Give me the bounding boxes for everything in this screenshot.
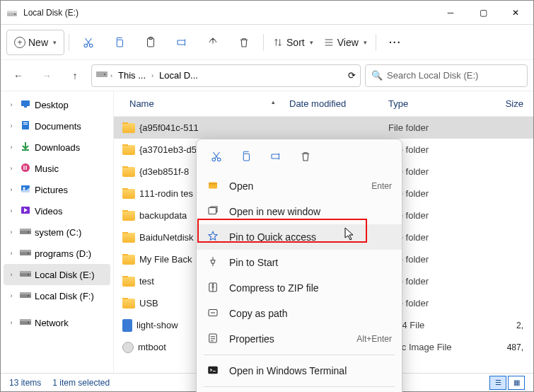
ctx-open-in-new-window[interactable]: Open in new window: [197, 199, 402, 224]
sidebar-item-programs-d-[interactable]: ›programs (D:): [4, 243, 110, 264]
sidebar-icon: [19, 120, 32, 133]
new-button[interactable]: + New ▾: [6, 30, 64, 55]
sidebar-item-label: system (C:): [35, 227, 81, 238]
folder-icon: [122, 167, 135, 177]
sidebar-item-local-disk-e-[interactable]: ›Local Disk (E:): [4, 264, 110, 285]
cut-button[interactable]: [74, 30, 103, 55]
context-menu: OpenEnterOpen in new windowPin to Quick …: [196, 139, 402, 392]
breadcrumb[interactable]: This ...: [115, 69, 149, 82]
ctx-compress-to-zip-file[interactable]: Compress to ZIP file: [197, 275, 402, 301]
svg-rect-40: [209, 207, 216, 214]
file-name: light-show: [137, 320, 178, 330]
sidebar-item-network[interactable]: ›Network: [4, 312, 110, 333]
ctx-pin-to-start[interactable]: Pin to Start: [197, 250, 402, 275]
newwin-icon: [207, 204, 219, 219]
selection-count: 1 item selected: [52, 378, 110, 388]
svg-point-25: [28, 253, 29, 254]
drive-icon: [96, 70, 108, 81]
address-bar[interactable]: › This ... › Local D... ⟳: [91, 64, 361, 87]
svg-rect-30: [20, 292, 31, 294]
sidebar-item-desktop[interactable]: ›Desktop: [4, 94, 110, 115]
sidebar-item-documents[interactable]: ›Documents: [4, 115, 110, 137]
delete-button[interactable]: [229, 30, 259, 55]
props-icon: [207, 332, 219, 347]
ctx-item-label: Properties: [229, 333, 274, 345]
ctx-open[interactable]: OpenEnter: [197, 173, 402, 199]
ctx-rename-button[interactable]: [263, 145, 289, 168]
thumbnails-view-button[interactable]: ▦: [508, 376, 525, 390]
ctx-open-in-windows-terminal[interactable]: Open in Windows Terminal: [197, 358, 402, 384]
sidebar-item-label: Pictures: [35, 185, 68, 195]
sidebar-icon: [19, 162, 32, 175]
copy-button[interactable]: [105, 30, 134, 55]
search-icon: 🔍: [371, 70, 383, 81]
svg-rect-1: [7, 11, 17, 13]
folder-icon: [122, 277, 135, 287]
sidebar-item-videos[interactable]: ›Videos: [4, 200, 110, 221]
chevron-right-icon: ›: [6, 319, 16, 326]
sidebar-item-label: Music: [35, 163, 59, 174]
ctx-item-label: Copy as path: [229, 308, 288, 319]
forward-button[interactable]: →: [35, 64, 59, 88]
file-name: mtboot: [138, 342, 166, 352]
svg-point-34: [28, 322, 29, 323]
drive-icon: [6, 7, 18, 18]
sidebar-icon: [19, 98, 32, 112]
svg-rect-38: [272, 154, 279, 158]
sidebar-item-pictures[interactable]: ›Pictures: [4, 179, 110, 200]
sidebar-item-system-c-[interactable]: ›system (C:): [4, 221, 110, 243]
chevron-right-icon: ›: [6, 144, 16, 151]
up-button[interactable]: ↑: [63, 64, 87, 88]
svg-rect-5: [117, 40, 122, 47]
sidebar-item-local-disk-f-[interactable]: ›Local Disk (F:): [4, 285, 110, 306]
search-input[interactable]: 🔍 Search Local Disk (E:): [365, 64, 528, 87]
ctx-cut-button[interactable]: [204, 145, 229, 168]
folder-icon: [122, 255, 135, 265]
folder-icon: [122, 211, 135, 221]
svg-point-31: [28, 295, 29, 296]
sidebar-item-label: Local Disk (E:): [35, 270, 95, 280]
svg-rect-27: [20, 271, 31, 273]
col-type[interactable]: Type: [388, 98, 473, 109]
sidebar-icon: [19, 291, 32, 301]
back-button[interactable]: ←: [6, 64, 30, 88]
svg-rect-13: [22, 121, 29, 129]
rename-button[interactable]: [167, 30, 197, 55]
sidebar-icon: [19, 183, 32, 197]
paste-button[interactable]: [136, 30, 166, 55]
toolbar: + New ▾ Sort ▾ View ▾ ···: [1, 25, 533, 60]
svg-point-28: [28, 274, 29, 275]
file-name: {d3eb851f-8: [139, 166, 189, 177]
svg-point-16: [21, 163, 30, 172]
refresh-button[interactable]: ⟳: [348, 70, 356, 81]
sidebar-icon: [19, 318, 32, 328]
close-button[interactable]: ✕: [499, 1, 532, 24]
sidebar-item-label: Local Disk (F:): [35, 291, 94, 301]
col-size[interactable]: Size: [473, 98, 533, 109]
ctx-properties[interactable]: PropertiesAlt+Enter: [197, 326, 402, 352]
ctx-delete-button[interactable]: [293, 145, 318, 168]
ctx-shortcut: Alt+Enter: [356, 334, 392, 344]
chevron-down-icon: ▾: [310, 39, 313, 46]
view-button[interactable]: View ▾: [319, 30, 371, 55]
sidebar-item-label: Downloads: [35, 142, 80, 153]
minimize-button[interactable]: ─: [434, 1, 467, 24]
zip-icon: [207, 281, 219, 296]
sort-button[interactable]: Sort ▾: [268, 30, 318, 55]
sidebar-item-downloads[interactable]: ›Downloads: [4, 137, 110, 158]
file-name: {a95f041c-511: [139, 122, 199, 133]
col-date[interactable]: Date modified: [289, 98, 388, 109]
ctx-copy-as-path[interactable]: Copy as path: [197, 301, 402, 326]
table-row[interactable]: {a95f041c-511File folder: [114, 117, 533, 139]
col-name[interactable]: Name▴: [114, 98, 289, 109]
new-label: New: [28, 37, 48, 48]
share-button[interactable]: [198, 30, 228, 55]
ctx-copy-button[interactable]: [233, 145, 259, 168]
breadcrumb[interactable]: Local D...: [156, 69, 201, 82]
sidebar-item-music[interactable]: ›Music: [4, 158, 110, 179]
details-view-button[interactable]: ☰: [489, 376, 506, 390]
ctx-pin-to-quick-access[interactable]: Pin to Quick access: [197, 224, 402, 250]
chevron-right-icon: ›: [6, 186, 16, 193]
maximize-button[interactable]: ▢: [467, 1, 499, 24]
more-button[interactable]: ···: [381, 30, 410, 55]
